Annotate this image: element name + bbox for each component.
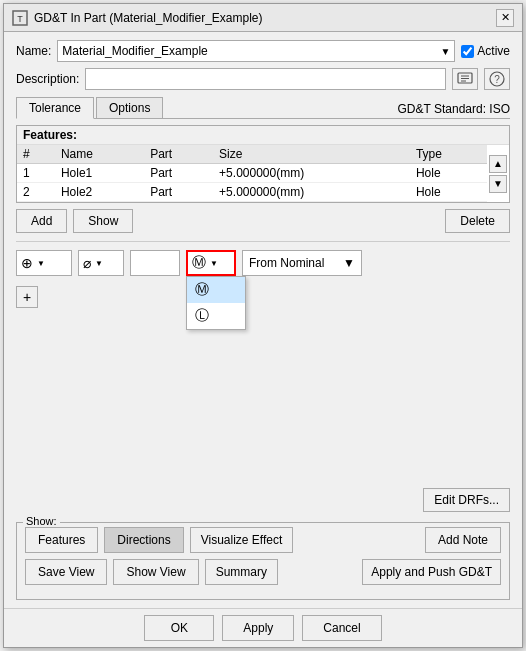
scroll-down-button[interactable]: ▼ bbox=[489, 175, 507, 193]
material-modifier-container: Ⓜ ▼ Ⓜ Ⓛ bbox=[186, 250, 236, 276]
show-view-button[interactable]: Show View bbox=[113, 559, 198, 585]
save-view-button[interactable]: Save View bbox=[25, 559, 107, 585]
material-modifier-arrow: ▼ bbox=[210, 259, 218, 268]
gdt-standard-label: GD&T Standard: ISO bbox=[398, 102, 511, 118]
name-value: Material_Modifier_Example bbox=[62, 44, 207, 58]
tolerance-input[interactable]: 1 mm bbox=[130, 250, 180, 276]
row2-num: 2 bbox=[17, 183, 55, 202]
name-label: Name: bbox=[16, 44, 51, 58]
settings-icon-button[interactable] bbox=[452, 68, 478, 90]
edit-drfs-button[interactable]: Edit DRFs... bbox=[423, 488, 510, 512]
toolbar-row: ⊕ ▼ ⌀ ▼ 1 mm Ⓜ ▼ Ⓜ Ⓛ bbox=[16, 250, 510, 276]
active-checkbox[interactable] bbox=[461, 45, 474, 58]
modifier-option-l[interactable]: Ⓛ bbox=[187, 303, 245, 329]
add-row: + bbox=[16, 286, 510, 308]
diameter-arrow: ▼ bbox=[95, 259, 103, 268]
help-icon-button[interactable]: ? bbox=[484, 68, 510, 90]
description-row: Description: ? bbox=[16, 68, 510, 90]
features-table: # Name Part Size Type 1 Hole1 Pa bbox=[17, 145, 487, 202]
modifier-option-m[interactable]: Ⓜ bbox=[187, 277, 245, 303]
diameter-dropdown[interactable]: ⌀ ▼ bbox=[78, 250, 124, 276]
apply-push-button[interactable]: Apply and Push GD&T bbox=[362, 559, 501, 585]
col-size: Size bbox=[213, 145, 410, 164]
material-modifier-menu: Ⓜ Ⓛ bbox=[186, 276, 246, 330]
show-button[interactable]: Show bbox=[73, 209, 133, 233]
directions-button[interactable]: Directions bbox=[104, 527, 183, 553]
add-button[interactable]: Add bbox=[16, 209, 67, 233]
row1-type: Hole bbox=[410, 164, 487, 183]
row2-name: Hole2 bbox=[55, 183, 144, 202]
add-small-button[interactable]: + bbox=[16, 286, 38, 308]
material-modifier-dropdown[interactable]: Ⓜ ▼ bbox=[186, 250, 236, 276]
features-header: Features: bbox=[17, 126, 509, 145]
description-input[interactable] bbox=[85, 68, 446, 90]
table-row[interactable]: 2 Hole2 Part +5.000000(mm) Hole bbox=[17, 183, 487, 202]
table-row[interactable]: 1 Hole1 Part +5.000000(mm) Hole bbox=[17, 164, 487, 183]
divider1 bbox=[16, 241, 510, 242]
tabs-bar: Tolerance Options GD&T Standard: ISO bbox=[16, 96, 510, 119]
dialog-content: Name: Material_Modifier_Example ▼ Active… bbox=[4, 32, 522, 608]
features-show-button[interactable]: Features bbox=[25, 527, 98, 553]
from-nominal-dropdown[interactable]: From Nominal ▼ bbox=[242, 250, 362, 276]
from-nominal-arrow: ▼ bbox=[343, 256, 355, 270]
tab-options[interactable]: Options bbox=[96, 97, 163, 118]
feature-action-row: Add Show Delete bbox=[16, 209, 510, 233]
show-buttons-row2: Save View Show View Summary Apply and Pu… bbox=[25, 559, 501, 585]
content-spacer bbox=[16, 314, 510, 478]
material-modifier-selected: Ⓜ bbox=[192, 254, 206, 272]
col-part: Part bbox=[144, 145, 213, 164]
summary-button[interactable]: Summary bbox=[205, 559, 278, 585]
active-label: Active bbox=[477, 44, 510, 58]
cancel-button[interactable]: Cancel bbox=[302, 615, 381, 641]
table-header-row: # Name Part Size Type bbox=[17, 145, 487, 164]
row2-part: Part bbox=[144, 183, 213, 202]
apply-button[interactable]: Apply bbox=[222, 615, 294, 641]
svg-text:T: T bbox=[17, 14, 23, 24]
window-icon: T bbox=[12, 10, 28, 26]
col-num: # bbox=[17, 145, 55, 164]
scroll-up-button[interactable]: ▲ bbox=[489, 155, 507, 173]
row1-part: Part bbox=[144, 164, 213, 183]
show-legend: Show: bbox=[23, 515, 60, 527]
active-checkbox-label[interactable]: Active bbox=[461, 44, 510, 58]
add-note-button[interactable]: Add Note bbox=[425, 527, 501, 553]
target-dropdown[interactable]: ⊕ ▼ bbox=[16, 250, 72, 276]
row1-name: Hole1 bbox=[55, 164, 144, 183]
name-dropdown[interactable]: Material_Modifier_Example ▼ bbox=[57, 40, 455, 62]
row1-size: +5.000000(mm) bbox=[213, 164, 410, 183]
visualize-effect-button[interactable]: Visualize Effect bbox=[190, 527, 294, 553]
from-nominal-label: From Nominal bbox=[249, 256, 324, 270]
name-dropdown-arrow: ▼ bbox=[440, 46, 450, 57]
ok-button[interactable]: OK bbox=[144, 615, 214, 641]
show-buttons-row1: Features Directions Visualize Effect Add… bbox=[25, 527, 501, 553]
description-label: Description: bbox=[16, 72, 79, 86]
diameter-icon: ⌀ bbox=[83, 255, 91, 271]
target-arrow: ▼ bbox=[37, 259, 45, 268]
title-bar: T GD&T In Part (Material_Modifier_Exampl… bbox=[4, 4, 522, 32]
row2-type: Hole bbox=[410, 183, 487, 202]
name-row: Name: Material_Modifier_Example ▼ Active bbox=[16, 40, 510, 62]
main-window: T GD&T In Part (Material_Modifier_Exampl… bbox=[3, 3, 523, 648]
bottom-bar: OK Apply Cancel bbox=[4, 608, 522, 647]
delete-button[interactable]: Delete bbox=[445, 209, 510, 233]
row1-num: 1 bbox=[17, 164, 55, 183]
col-type: Type bbox=[410, 145, 487, 164]
row2-size: +5.000000(mm) bbox=[213, 183, 410, 202]
tab-tolerance[interactable]: Tolerance bbox=[16, 97, 94, 119]
col-name: Name bbox=[55, 145, 144, 164]
close-button[interactable]: ✕ bbox=[496, 9, 514, 27]
target-icon: ⊕ bbox=[21, 255, 33, 271]
svg-text:?: ? bbox=[494, 74, 500, 85]
window-title: GD&T In Part (Material_Modifier_Example) bbox=[34, 11, 263, 25]
features-section: Features: # Name Part Size Type bbox=[16, 125, 510, 203]
show-section: Show: Features Directions Visualize Effe… bbox=[16, 522, 510, 600]
